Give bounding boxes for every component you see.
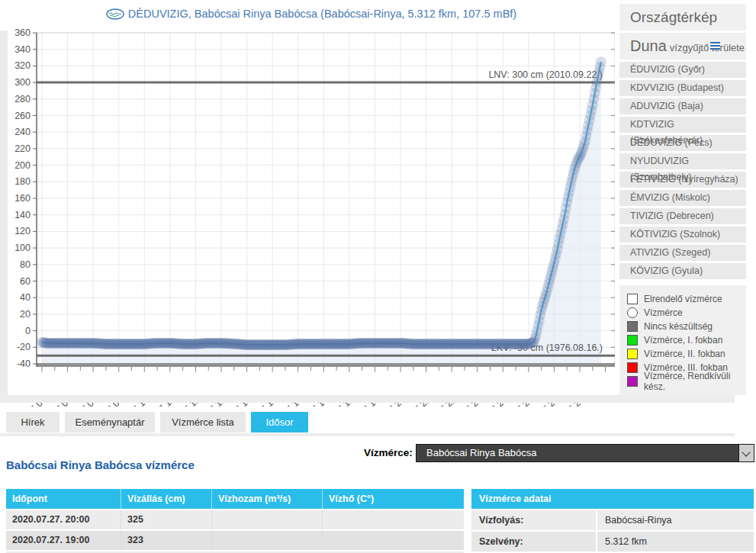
table-row: 2020.07.27. 20:00325 — [6, 510, 464, 529]
station-select[interactable]: Babócsai Rinya Babócsa — [416, 444, 754, 462]
table-cell — [211, 531, 322, 550]
column-header: Vízhozam (m³/s) — [211, 489, 322, 509]
legend-item: Vízmérce, I. fokban — [627, 333, 746, 347]
series-area — [42, 62, 601, 364]
y-tick-label: 0 — [25, 326, 31, 336]
y-tick-label: 100 — [14, 243, 31, 253]
tab-id-sor[interactable]: Idősor — [251, 412, 308, 432]
y-tick-label: 280 — [14, 94, 31, 104]
sidebar-item[interactable]: KDVVIZIG (Budapest) — [619, 80, 746, 96]
y-tick-label: 200 — [14, 160, 31, 171]
series-line — [42, 62, 601, 345]
y-tick-label: 260 — [14, 111, 31, 121]
legend-swatch-icon — [627, 294, 638, 304]
y-tick-label: 40 — [20, 292, 31, 303]
y-tick-label: 140 — [14, 210, 31, 220]
sidebar-basin-title-main: Duna — [630, 37, 667, 54]
sidebar-items: ÉDUVIZIG (Győr)KDVVIZIG (Budapest)ADUVIZ… — [619, 62, 746, 279]
reference-line-label: LNV: 300 cm (2010.09.22.) — [488, 69, 603, 80]
sidebar-item[interactable]: KÖVIZIG (Gyula) — [619, 263, 746, 279]
y-tick-label: -40 — [17, 358, 31, 369]
table-cell: 323 — [121, 531, 211, 550]
legend-swatch-icon — [627, 321, 638, 332]
measurements-table: IdőpontVízállás (cm)Vízhozam (m³/s)Vízhő… — [6, 489, 464, 553]
sidebar: Országtérkép Dunavízgyűjtő területe ÉDUV… — [619, 4, 746, 281]
y-tick-label: 360 — [14, 27, 31, 38]
legend-label: Vízmérce — [644, 307, 683, 318]
sidebar-item[interactable]: ATIVIZIG (Szeged) — [619, 245, 746, 261]
y-tick-label: 160 — [14, 193, 31, 204]
page-title: Babócsai Rinya Babócsa vízmérce — [6, 458, 195, 471]
legend-item: Elrendelő vízmérce — [627, 292, 746, 306]
legend-item: Vízmérce, II. fokban — [627, 347, 746, 361]
sidebar-basin-title[interactable]: Dunavízgyűjtő területe — [619, 33, 746, 59]
info-table-title: Vízmérce adatai — [471, 489, 754, 509]
info-value: Babócsai-Rinya — [597, 510, 754, 530]
station-select-label: Vízmérce: — [364, 444, 413, 462]
y-tick-label: 340 — [14, 44, 31, 55]
column-header: Időpont — [6, 489, 121, 509]
sidebar-item[interactable]: ÉDUVIZIG (Győr) — [619, 62, 746, 78]
sidebar-item[interactable]: KÖTIVIZIG (Szolnok) — [619, 227, 746, 243]
reference-lines: LNV: 300 cm (2010.09.22.)LKV: -30 cm (19… — [37, 69, 615, 355]
info-row: Szelvény:5.312 fkm — [471, 532, 754, 551]
y-tick-label: 320 — [14, 60, 31, 71]
series-markers — [37, 56, 606, 350]
info-label: Vízfolyás: — [471, 510, 596, 530]
chart-title: DÉDUVIZIG, Babócsai Rinya Babócsa (Babóc… — [128, 8, 516, 20]
column-header: Vízhő (C°) — [322, 489, 464, 509]
sidebar-item[interactable]: FETIVIZIG (Nyíregyháza) — [619, 172, 746, 188]
table-cell: 2020.07.27. 19:00 — [6, 531, 121, 550]
legend-swatch-icon — [627, 307, 638, 318]
info-label: Szelvény: — [471, 532, 596, 551]
legend-label: Elrendelő vízmérce — [644, 294, 722, 304]
sidebar-item[interactable]: DÉDUVIZIG (Pécs) — [619, 135, 746, 151]
column-header: Vízállás (cm) — [121, 489, 211, 509]
station-select-value: Babócsai Rinya Babócsa — [426, 447, 537, 458]
separator-band-thin — [0, 433, 735, 436]
info-value: 5.312 fkm — [597, 532, 754, 551]
chart-panel: DÉDUVIZIG, Babócsai Rinya Babócsa (Babóc… — [8, 0, 615, 407]
table-cell: 325 — [121, 510, 211, 529]
legend-label: Nincs készültség — [644, 321, 713, 332]
tab-esem-nynapt-r[interactable]: Eseménynaptár — [65, 412, 155, 432]
y-tick-label: 60 — [20, 276, 31, 287]
info-row: Vízfolyás:Babócsai-Rinya — [471, 510, 754, 530]
y-tick-label: -20 — [17, 342, 31, 352]
sidebar-item[interactable]: ADUVIZIG (Baja) — [619, 98, 746, 114]
sidebar-basin-title-rest: vízgyűjtő területe — [670, 42, 745, 53]
legend-label: Vízmérce, II. fokban — [644, 349, 725, 359]
map-icon — [710, 42, 720, 50]
y-tick-label: 240 — [14, 127, 31, 137]
table-header-row: IdőpontVízállás (cm)Vízhozam (m³/s)Vízhő… — [6, 489, 464, 509]
legend-swatch-icon — [627, 376, 638, 387]
sidebar-item[interactable]: ÉMVIZIG (Miskolc) — [619, 190, 746, 206]
legend-swatch-icon — [627, 335, 638, 346]
tab-h-rek[interactable]: Hírek — [6, 412, 60, 432]
sidebar-map-title[interactable]: Országtérkép — [619, 4, 746, 31]
y-tick-label: 300 — [14, 77, 31, 88]
table-row: 2020.07.27. 19:00323 — [6, 531, 464, 550]
legend: Elrendelő vízmérceVízmérceNincs készülts… — [619, 285, 746, 395]
tab-bar: HírekEseménynaptárVízmérce listaIdősor — [6, 412, 308, 432]
legend-item: Vízmérce, Rendkívüli kész. — [627, 375, 746, 388]
vizugy-logo-icon — [106, 8, 124, 20]
y-tick-label: 180 — [14, 176, 31, 187]
table-cell — [322, 510, 464, 529]
separator-band — [0, 395, 735, 403]
table-cell — [322, 531, 464, 550]
chevron-down-icon[interactable] — [738, 445, 754, 461]
y-tick-label: 220 — [14, 143, 31, 154]
legend-item: Nincs készültség — [627, 320, 746, 333]
legend-item: Vízmérce — [627, 306, 746, 320]
tab-v-zm-rce-lista[interactable]: Vízmérce lista — [160, 412, 246, 432]
table-cell — [211, 510, 322, 529]
table-cell: 2020.07.27. 20:00 — [6, 510, 121, 529]
y-tick-label: 80 — [20, 259, 31, 270]
sidebar-item[interactable]: NYUDUVIZIG (Szombathely) — [619, 153, 746, 169]
y-axis-labels: -40-200204060801001201401601802002202402… — [14, 27, 31, 369]
station-info-table: Vízmérce adataiVízfolyás:Babócsai-RinyaS… — [471, 489, 754, 553]
sidebar-item[interactable]: KDTVIZIG (Székesfehérvár) — [619, 117, 746, 133]
sidebar-item[interactable]: TIVIZIG (Debrecen) — [619, 208, 746, 224]
legend-swatch-icon — [627, 349, 638, 359]
